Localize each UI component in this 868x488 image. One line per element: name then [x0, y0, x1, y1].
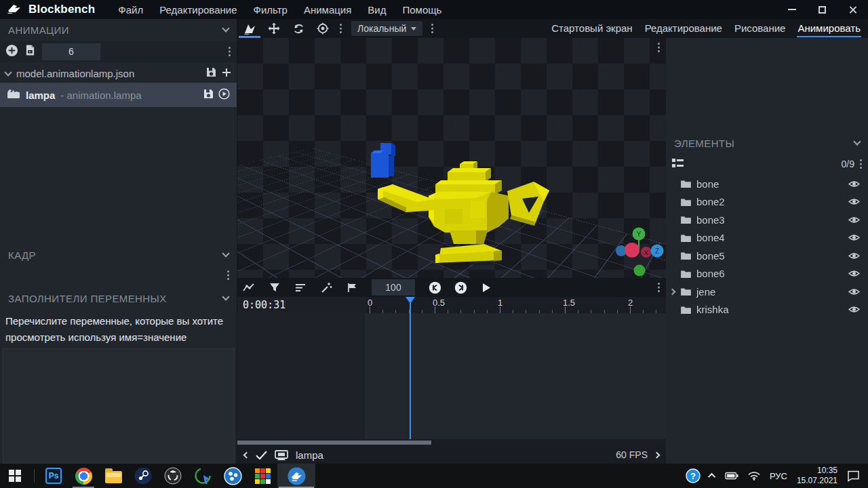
animation-clip-row-selected[interactable]: lampa - animation.lampa — [0, 83, 237, 107]
menu-edit[interactable]: Редактирование — [151, 4, 245, 16]
visibility-eye-icon[interactable] — [848, 180, 860, 188]
minimize-button[interactable] — [776, 0, 807, 19]
check-icon[interactable] — [256, 451, 267, 460]
taskbar-steam[interactable] — [128, 464, 158, 488]
placeholders-panel-header[interactable]: ЗАПОЛНИТЕЛИ ПЕРЕМЕННЫХ — [0, 287, 237, 309]
ruler-ticks-major — [370, 306, 666, 313]
viewport-menu[interactable] — [658, 42, 660, 53]
action-center-icon[interactable] — [847, 470, 860, 482]
add-animation-button[interactable] — [5, 44, 18, 60]
taskbar-blue-dots-app[interactable] — [218, 464, 248, 488]
rotate-tool-button[interactable] — [286, 19, 311, 38]
menu-view[interactable]: Вид — [359, 4, 394, 16]
filter-keyframes-button[interactable] — [263, 278, 286, 297]
track-name[interactable]: lampa — [296, 449, 323, 461]
menu-help[interactable]: Помощь — [394, 4, 450, 16]
menu-filter[interactable]: Фильтр — [245, 4, 296, 16]
start-button[interactable] — [0, 464, 30, 488]
taskbar-obs[interactable] — [158, 464, 188, 488]
battery-icon[interactable] — [725, 472, 738, 480]
visibility-eye-icon[interactable] — [848, 305, 860, 314]
visibility-eye-icon[interactable] — [848, 233, 860, 242]
move-tool-button[interactable] — [262, 19, 286, 38]
elements-panel-header[interactable]: ЭЛЕМЕНТЫ — [666, 132, 868, 154]
obs-icon — [164, 467, 182, 485]
help-tray-icon[interactable]: ? — [686, 468, 701, 483]
playhead-handle[interactable] — [406, 297, 415, 304]
transform-space-dropdown[interactable]: Локальный — [351, 21, 422, 36]
visibility-eye-icon[interactable] — [848, 251, 860, 260]
chevron-right-icon[interactable] — [654, 451, 660, 458]
outliner-row-bone5[interactable]: bone5 — [666, 247, 868, 265]
magic-wand-button[interactable] — [315, 278, 338, 297]
timeline: 0:00:31 0 0.5 1 1.5 2 — [237, 278, 666, 446]
taskbar-capture-app[interactable] — [188, 464, 218, 488]
outliner-row-bone6[interactable]: bone6 — [666, 265, 868, 283]
timeline-tracks-area[interactable] — [237, 313, 666, 439]
taskbar-blockbench[interactable] — [277, 464, 315, 488]
graph-editor-button[interactable] — [237, 278, 260, 297]
viewport-3d[interactable]: Y X Z — [237, 38, 666, 278]
toolbar-menu[interactable] — [335, 19, 347, 38]
add-to-file-icon[interactable] — [222, 68, 231, 79]
kebab-menu-icon[interactable] — [860, 159, 863, 169]
timeline-ruler[interactable]: 0:00:31 0 0.5 1 1.5 2 — [237, 297, 666, 313]
play-animation-icon[interactable] — [218, 88, 230, 102]
lamp-model[interactable] — [237, 38, 666, 278]
expand-chevron-icon[interactable] — [669, 288, 676, 295]
placeholders-textarea[interactable] — [3, 348, 235, 464]
animations-panel-header[interactable]: АНИМАЦИИ — [0, 19, 237, 41]
select-move-tool-button[interactable] — [237, 19, 262, 38]
taskbar-explorer[interactable] — [98, 464, 128, 488]
taskbar-cube-app[interactable] — [248, 464, 277, 488]
maximize-button[interactable] — [807, 0, 837, 19]
outliner-row-krishka[interactable]: krishka — [666, 301, 868, 319]
tab-start-screen[interactable]: Стартовый экран — [547, 20, 637, 37]
timeline-scrollbar[interactable] — [237, 439, 666, 446]
play-button[interactable] — [475, 278, 498, 297]
frame-panel-header[interactable]: КАДР — [0, 244, 237, 266]
svg-text:Z: Z — [655, 247, 659, 255]
chevron-left-icon[interactable] — [243, 451, 250, 458]
taskbar-chrome[interactable] — [68, 464, 98, 488]
outliner-row-jene[interactable]: jene — [666, 283, 868, 301]
pivot-tool-button[interactable] — [311, 19, 335, 38]
visibility-eye-icon[interactable] — [848, 197, 860, 206]
outliner-row-bone3[interactable]: bone3 — [666, 211, 868, 229]
taskbar-photoshop[interactable]: Ps — [39, 464, 68, 488]
animation-count-input[interactable] — [42, 43, 100, 60]
previous-keyframe-button[interactable] — [423, 278, 446, 297]
tab-paint[interactable]: Рисование — [730, 20, 791, 37]
menu-file[interactable]: Файл — [110, 4, 151, 16]
next-keyframe-button[interactable] — [449, 278, 472, 297]
sort-channels-button[interactable] — [289, 278, 312, 297]
wifi-icon[interactable] — [748, 472, 760, 481]
close-button[interactable] — [837, 0, 868, 19]
visibility-eye-icon[interactable] — [848, 216, 860, 224]
clock[interactable]: 10:35 15.07.2021 — [797, 466, 837, 486]
load-animation-file-button[interactable] — [25, 44, 35, 59]
visibility-eye-icon[interactable] — [848, 269, 860, 278]
scrollbar-thumb[interactable] — [237, 441, 431, 445]
playhead-line[interactable] — [410, 301, 411, 446]
menu-animation[interactable]: Анимация — [296, 4, 359, 16]
outliner-row-bone2[interactable]: bone2 — [666, 193, 868, 211]
playback-speed-input[interactable] — [372, 279, 415, 296]
animations-menu-icon[interactable] — [229, 46, 231, 57]
frame-panel-menu[interactable] — [0, 270, 237, 281]
visibility-eye-icon[interactable] — [848, 287, 860, 296]
timeline-menu-icon[interactable] — [658, 282, 660, 293]
outliner-row-bone[interactable]: bone — [666, 175, 868, 193]
animation-file-row[interactable]: model.animationlamp.json — [0, 65, 237, 81]
outliner-row-bone4[interactable]: bone4 — [666, 229, 868, 247]
marker-flag-button[interactable] — [340, 278, 363, 297]
save-animation-icon[interactable] — [203, 89, 214, 102]
language-indicator[interactable]: РУС — [770, 471, 787, 481]
tab-animate[interactable]: Анимировать — [793, 20, 865, 37]
save-file-icon[interactable] — [206, 67, 216, 79]
tray-expand-icon[interactable] — [708, 473, 715, 481]
toolbar-menu-2[interactable] — [427, 19, 439, 38]
axis-gizmo[interactable]: Y X Z — [609, 224, 666, 278]
tab-edit[interactable]: Редактирование — [640, 20, 727, 37]
outliner-view-toggle[interactable] — [671, 158, 684, 171]
